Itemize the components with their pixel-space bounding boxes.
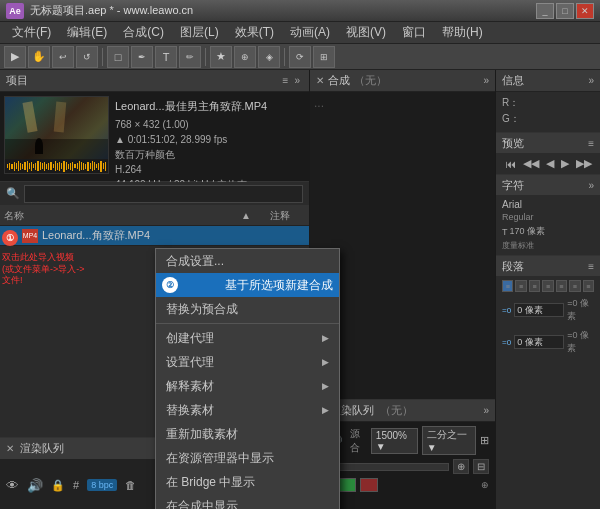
window-controls: _ □ ✕ [536, 3, 594, 19]
maximize-button[interactable]: □ [556, 3, 574, 19]
comp-close-btn[interactable]: ✕ [316, 75, 324, 86]
close-button[interactable]: ✕ [576, 3, 594, 19]
info-g-label: G： [502, 112, 520, 126]
extra-tool-3[interactable]: ⟳ [289, 46, 311, 68]
indent-icon: =0 [502, 306, 511, 315]
menu-effects[interactable]: 效果(T) [227, 22, 282, 43]
annotation-text: 双击此处导入视频 (或文件菜单->导入->文件! [2, 252, 87, 287]
context-menu: 合成设置... ② 基于所选项新建合成 替换为预合成 创建代理 ▶ 设置代理 ▶… [155, 248, 340, 509]
render-queue-close-btn[interactable]: ✕ [6, 443, 14, 454]
justify-center-btn[interactable]: ≡ [556, 280, 567, 292]
char-expand-btn[interactable]: » [588, 180, 594, 191]
select-tool[interactable]: ▶ [4, 46, 26, 68]
search-input[interactable] [24, 185, 303, 203]
preview-first-btn[interactable]: ⏮ [503, 158, 518, 170]
ctx-interpret-footage[interactable]: 解释素材 ▶ [156, 374, 339, 398]
col-header-note: 注释 [255, 209, 305, 223]
character-panel: 字符 » Arial Regular T 170 像素 度量标准 [496, 175, 600, 256]
ctx-set-proxy[interactable]: 设置代理 ▶ [156, 350, 339, 374]
magnify-icon[interactable]: ⊞ [480, 434, 489, 447]
render-queue-title: 渲染队列 [20, 441, 64, 456]
undo-tool[interactable]: ↩ [52, 46, 74, 68]
shape-tool[interactable]: □ [107, 46, 129, 68]
menu-layer[interactable]: 图层(L) [172, 22, 227, 43]
info-expand-btn[interactable]: » [588, 75, 594, 86]
ctx-new-comp-label: 基于所选项新建合成 [225, 277, 333, 294]
ctx-reload-footage[interactable]: 重新加载素材 [156, 422, 339, 446]
video-color: 数百万种颜色 [115, 147, 305, 162]
extra-tool-4[interactable]: ⊞ [313, 46, 335, 68]
menu-animation[interactable]: 动画(A) [282, 22, 338, 43]
audio-waveform [5, 159, 108, 173]
ctx-replace-footage[interactable]: 替换素材 ▶ [156, 398, 339, 422]
composition-header: ✕ 合成 （无） » [310, 70, 495, 92]
comp-expand-btn[interactable]: » [483, 75, 489, 86]
indent-value-2[interactable] [514, 335, 564, 349]
ctx-replace-precomp[interactable]: 替换为预合成 [156, 297, 339, 321]
align-left-btn[interactable]: ≡ [502, 280, 513, 292]
menu-window[interactable]: 窗口 [394, 22, 434, 43]
ctx-show-in-comp-label: 在合成中显示 [166, 498, 238, 510]
hand-tool[interactable]: ✋ [28, 46, 50, 68]
trash-icon[interactable]: 🗑 [125, 479, 136, 491]
menu-help[interactable]: 帮助(H) [434, 22, 491, 43]
menu-edit[interactable]: 编辑(E) [59, 22, 115, 43]
toolbar-separator-3 [284, 48, 285, 66]
timeline-btn-2[interactable]: ⊟ [473, 459, 489, 474]
menu-composition[interactable]: 合成(C) [115, 22, 172, 43]
ctx-show-in-bridge[interactable]: 在 Bridge 中显示 [156, 470, 339, 494]
preview-prev-btn[interactable]: ◀◀ [521, 157, 541, 170]
main-layout: 项目 ≡ » Leonard...最佳男主角致辞.MP4 768 [0, 70, 600, 509]
preview-panel: 预览 ≡ ⏮ ◀◀ ◀ ▶ ▶▶ [496, 133, 600, 175]
brush-tool[interactable]: ✏ [179, 46, 201, 68]
align-right-btn[interactable]: ≡ [529, 280, 540, 292]
ctx-create-proxy[interactable]: 创建代理 ▶ [156, 326, 339, 350]
ctx-comp-settings[interactable]: 合成设置... [156, 249, 339, 273]
project-panel-expand-btn[interactable]: » [291, 75, 303, 86]
video-duration: ▲ 0:01:51:02, 28.999 fps [115, 132, 305, 147]
preview-next-btn[interactable]: ▶▶ [574, 157, 594, 170]
para-expand-btn[interactable]: ≡ [588, 261, 594, 272]
audio-icon[interactable]: 🔊 [27, 478, 43, 493]
star-tool[interactable]: ★ [210, 46, 232, 68]
extra-tool-2[interactable]: ◈ [258, 46, 280, 68]
bpc-badge[interactable]: 8 bpc [87, 479, 117, 491]
menu-view[interactable]: 视图(V) [338, 22, 394, 43]
redo-tool[interactable]: ↺ [76, 46, 98, 68]
ctx-show-in-comp[interactable]: 在合成中显示 [156, 494, 339, 509]
ctx-show-in-explorer[interactable]: 在资源管理器中显示 [156, 446, 339, 470]
timeline-btn-1[interactable]: ⊕ [453, 459, 469, 474]
menu-bar: 文件(F) 编辑(E) 合成(C) 图层(L) 效果(T) 动画(A) 视图(V… [0, 22, 600, 44]
preview-play-btn[interactable]: ▶ [559, 157, 571, 170]
justify-left-btn[interactable]: ≡ [542, 280, 553, 292]
minimize-button[interactable]: _ [536, 3, 554, 19]
stage-bg [5, 139, 108, 159]
video-frame [5, 97, 108, 159]
menu-file[interactable]: 文件(F) [4, 22, 59, 43]
project-panel-menu-btn[interactable]: ≡ [280, 75, 292, 86]
eye-icon[interactable]: 👁 [6, 478, 19, 493]
character-panel-header: 字符 » [496, 175, 600, 195]
quality-dropdown[interactable]: 二分之一 ▼ [422, 426, 476, 455]
zoom-dropdown[interactable]: 1500% ▼ [371, 428, 418, 454]
extra-tool-1[interactable]: ⊕ [234, 46, 256, 68]
ctx-new-comp-from-selection[interactable]: ② 基于所选项新建合成 [156, 273, 339, 297]
character-panel-content: Arial Regular T 170 像素 度量标准 [496, 195, 600, 255]
preview-expand-btn[interactable]: ≡ [588, 138, 594, 149]
align-center-btn[interactable]: ≡ [515, 280, 526, 292]
file-list-item[interactable]: MP4 Leonard...角致辞.MP4 [0, 226, 309, 246]
lock-icon[interactable]: 🔒 [51, 479, 65, 492]
col-header-sort[interactable]: ▲ [241, 210, 251, 221]
char-size-value: 170 像素 [510, 225, 546, 238]
timeline-expand-btn[interactable]: » [483, 405, 489, 416]
text-tool[interactable]: T [155, 46, 177, 68]
preview-step-back-btn[interactable]: ◀ [544, 157, 556, 170]
col-header-name: 名称 [4, 209, 241, 223]
color-swatch-2[interactable] [338, 478, 356, 492]
hash-icon[interactable]: # [73, 479, 79, 491]
justify-right-btn[interactable]: ≡ [569, 280, 580, 292]
justify-all-btn[interactable]: ≡ [583, 280, 594, 292]
indent-value-1[interactable] [514, 303, 564, 317]
pen-tool[interactable]: ✒ [131, 46, 153, 68]
color-swatch-3[interactable] [360, 478, 378, 492]
